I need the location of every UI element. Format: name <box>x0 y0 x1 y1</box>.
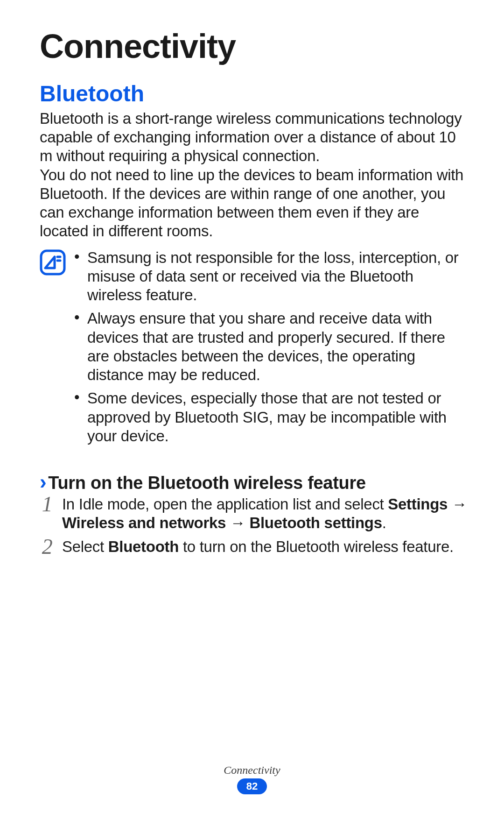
step-number: 2 <box>36 534 58 560</box>
step-text: In Idle mode, open the application list … <box>62 495 467 531</box>
manual-page: Connectivity Bluetooth Bluetooth is a sh… <box>0 0 504 827</box>
note-item: Some devices, especially those that are … <box>74 389 469 445</box>
note-item: Always ensure that you share and receive… <box>74 309 469 384</box>
step-item: 2 Select Bluetooth to turn on the Blueto… <box>40 537 469 556</box>
note-item: Samsung is not responsible for the loss,… <box>74 248 469 305</box>
note-list: Samsung is not responsible for the loss,… <box>74 248 469 451</box>
sub-heading-text: Turn on the Bluetooth wireless feature <box>48 473 365 493</box>
svg-rect-0 <box>41 251 64 274</box>
footer-section-label: Connectivity <box>0 764 504 777</box>
page-footer: Connectivity 82 <box>0 764 504 794</box>
step-number: 1 <box>36 491 58 517</box>
intro-paragraph-2: You do not need to line up the devices t… <box>40 166 469 241</box>
step-item: 1 In Idle mode, open the application lis… <box>40 495 469 533</box>
intro-paragraph-1: Bluetooth is a short-range wireless comm… <box>40 109 469 166</box>
chevron-icon: › <box>40 472 46 492</box>
steps-list: 1 In Idle mode, open the application lis… <box>40 495 469 556</box>
section-title-bluetooth: Bluetooth <box>40 82 469 106</box>
sub-heading: › Turn on the Bluetooth wireless feature <box>40 472 469 493</box>
chapter-title: Connectivity <box>40 28 469 65</box>
step-text: Select Bluetooth to turn on the Bluetoot… <box>62 538 454 555</box>
note-icon <box>40 249 66 276</box>
note-block: Samsung is not responsible for the loss,… <box>40 248 469 451</box>
page-number-badge: 82 <box>237 778 267 794</box>
